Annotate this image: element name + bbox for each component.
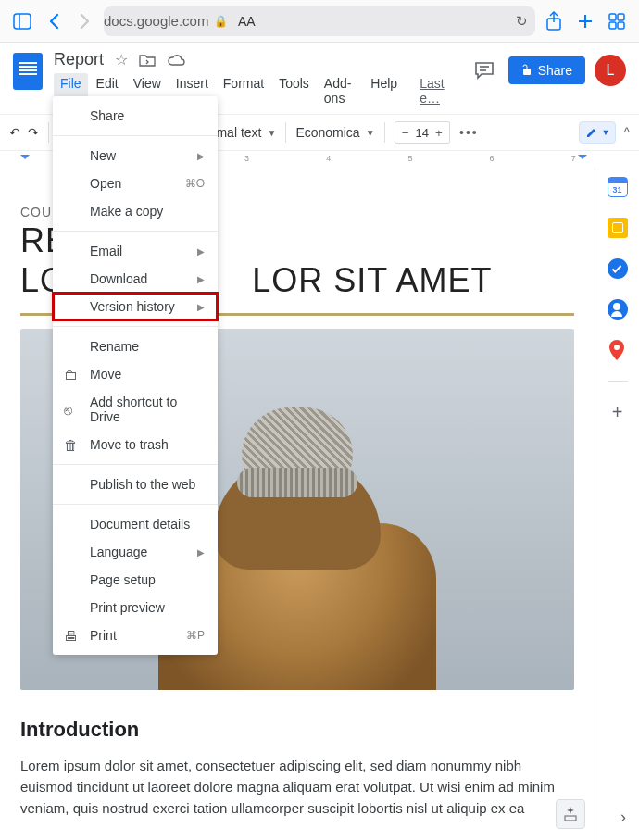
undo-icon[interactable]: ↶	[9, 125, 20, 140]
menu-item-rename[interactable]: Rename	[53, 332, 218, 360]
svg-rect-7	[618, 14, 624, 20]
collapse-toolbar-icon[interactable]: ^	[623, 125, 630, 140]
docs-logo-icon[interactable]	[13, 53, 43, 90]
submenu-arrow-icon: ▶	[197, 302, 205, 312]
tabs-overview-icon[interactable]	[604, 8, 630, 34]
folder-icon: 🗀	[64, 367, 78, 382]
svg-point-13	[614, 345, 620, 350]
editing-mode-button[interactable]: ▼	[579, 121, 617, 144]
menu-item-page-setup[interactable]: Page setup	[53, 566, 218, 594]
section-heading: Introduction	[20, 718, 574, 742]
text-size-icon[interactable]: AA	[238, 14, 256, 29]
share-button-label: Share	[538, 63, 572, 78]
keep-app-icon[interactable]	[608, 218, 628, 238]
font-size-stepper[interactable]: − 14 +	[395, 121, 450, 144]
cloud-status-icon[interactable]	[167, 54, 185, 67]
lock-icon: 🔒	[214, 15, 228, 28]
calendar-app-icon[interactable]: 31	[608, 177, 628, 197]
svg-rect-12	[523, 69, 531, 75]
menu-item-make-copy[interactable]: Make a copy	[53, 197, 218, 225]
menu-item-print-preview[interactable]: Print preview	[53, 594, 218, 621]
svg-rect-8	[609, 22, 616, 29]
contacts-app-icon[interactable]	[608, 299, 628, 320]
share-system-icon[interactable]	[541, 8, 567, 34]
print-icon: 🖶	[64, 628, 78, 644]
menu-item-version-history[interactable]: Version history▶	[53, 293, 218, 320]
ruler-tick: 7	[571, 154, 576, 163]
forward-icon	[72, 8, 98, 34]
menu-item-download[interactable]: Download▶	[53, 265, 218, 293]
menu-item-share[interactable]: Share	[53, 102, 218, 130]
menu-item-trash[interactable]: 🗑Move to trash	[53, 431, 218, 458]
reload-icon[interactable]: ↻	[516, 13, 528, 30]
more-format-icon[interactable]: •••	[459, 125, 479, 140]
submenu-arrow-icon: ▶	[197, 547, 205, 558]
menu-item-email[interactable]: Email▶	[53, 237, 218, 265]
maps-app-icon[interactable]	[608, 340, 628, 360]
menu-item-publish[interactable]: Publish to the web	[53, 470, 218, 498]
chevron-down-icon: ▼	[602, 128, 610, 137]
paragraph-text: Lorem ipsum dolor sit amet, consectetuer…	[20, 755, 574, 820]
font-family-label: Economica	[295, 125, 359, 140]
ruler-indent-right-icon[interactable]	[578, 155, 587, 164]
svg-rect-6	[609, 14, 616, 20]
file-menu-dropdown: Share New▶ Open⌘O Make a copy Email▶ Dow…	[53, 96, 218, 655]
svg-rect-14	[565, 816, 576, 821]
ruler-tick: 5	[407, 154, 412, 163]
menu-item-add-shortcut[interactable]: ⎋Add shortcut to Drive	[53, 388, 218, 431]
font-family-select[interactable]: Economica ▼	[295, 125, 374, 140]
comments-icon[interactable]	[470, 56, 499, 85]
share-button[interactable]: Share	[508, 56, 585, 84]
explore-button[interactable]	[556, 799, 585, 829]
keyboard-shortcut: ⌘P	[186, 629, 205, 642]
star-icon[interactable]: ☆	[115, 51, 128, 69]
new-tab-icon[interactable]	[572, 8, 598, 34]
chevron-down-icon: ▼	[366, 128, 375, 138]
submenu-arrow-icon: ▶	[197, 151, 205, 161]
trash-icon: 🗑	[64, 437, 78, 453]
chevron-down-icon: ▼	[267, 128, 276, 138]
ruler-tick: 6	[490, 154, 495, 163]
side-panel-collapse-icon[interactable]: ›	[620, 808, 626, 827]
decrease-size-button[interactable]: −	[395, 126, 416, 140]
add-addon-icon[interactable]: +	[608, 402, 628, 422]
keyboard-shortcut: ⌘O	[185, 177, 205, 190]
tasks-app-icon[interactable]	[608, 258, 628, 279]
menu-format[interactable]: Format	[217, 73, 270, 108]
menu-item-open[interactable]: Open⌘O	[53, 169, 218, 197]
account-avatar[interactable]: L	[595, 55, 626, 86]
address-bar[interactable]: AA docs.google.com 🔒 ↻	[104, 6, 535, 36]
svg-rect-0	[14, 14, 31, 29]
submenu-arrow-icon: ▶	[197, 274, 205, 284]
side-panel: 31 +	[595, 168, 639, 840]
ruler-tick: 4	[326, 154, 331, 163]
menu-addons[interactable]: Add-ons	[318, 73, 363, 108]
menu-item-language[interactable]: Language▶	[53, 538, 218, 566]
menu-item-move[interactable]: 🗀Move	[53, 360, 218, 388]
redo-icon[interactable]: ↷	[28, 125, 39, 140]
menu-item-new[interactable]: New▶	[53, 142, 218, 169]
menu-item-details[interactable]: Document details	[53, 510, 218, 538]
drive-shortcut-icon: ⎋	[64, 402, 72, 418]
move-folder-icon[interactable]	[139, 53, 156, 67]
document-title[interactable]: Report	[54, 50, 104, 69]
address-text: docs.google.com	[104, 13, 208, 29]
submenu-arrow-icon: ▶	[197, 246, 205, 257]
menu-help[interactable]: Help	[364, 73, 404, 108]
menu-item-print[interactable]: 🖶Print⌘P	[53, 621, 218, 649]
browser-toolbar: AA docs.google.com 🔒 ↻	[0, 0, 639, 43]
ruler-indent-left-icon[interactable]	[20, 155, 30, 164]
ruler-tick: 3	[244, 154, 249, 163]
sidebar-toggle-icon[interactable]	[9, 8, 35, 34]
last-edit-link[interactable]: Last e…	[413, 73, 458, 108]
increase-size-button[interactable]: +	[429, 126, 449, 140]
menu-tools[interactable]: Tools	[272, 73, 316, 108]
svg-rect-9	[618, 22, 624, 29]
font-size-value[interactable]: 14	[416, 126, 429, 140]
back-icon[interactable]	[41, 8, 67, 34]
